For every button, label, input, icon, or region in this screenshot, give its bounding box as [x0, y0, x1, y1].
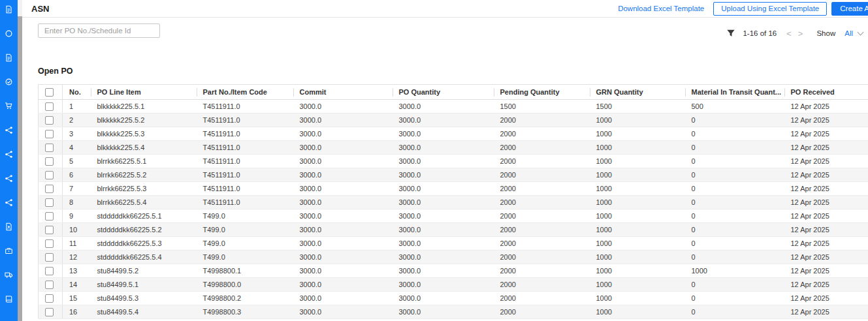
row-checkbox-cell — [39, 141, 63, 155]
sitemap-icon[interactable] — [5, 149, 14, 159]
row-checkbox[interactable] — [45, 212, 54, 221]
table-cell: stu84499.5.4 — [91, 305, 197, 319]
table-cell: 12 Apr 2025 — [784, 264, 868, 278]
file-text-icon[interactable] — [5, 5, 14, 14]
file-badge-icon[interactable] — [5, 222, 14, 231]
row-checkbox[interactable] — [45, 308, 54, 316]
table-cell: 1000 — [590, 127, 685, 141]
table-cell: 2000 — [494, 251, 590, 264]
table-cell: 3000.0 — [393, 196, 494, 209]
download-excel-template-link[interactable]: Download Excel Template — [618, 5, 704, 12]
table-cell: 3000.0 — [293, 114, 393, 127]
briefcase-icon[interactable] — [5, 246, 14, 255]
table-cell: T4998800.0 — [197, 278, 293, 292]
table-cell: 12 — [63, 251, 91, 264]
book-icon[interactable] — [5, 294, 14, 303]
table-cell: 0 — [685, 114, 784, 127]
table-cell: 0 — [685, 141, 784, 155]
create-asn-button[interactable]: Create ASN — [831, 2, 868, 16]
row-checkbox[interactable] — [45, 144, 54, 152]
table-cell: 1000 — [590, 251, 685, 264]
row-checkbox-cell — [39, 223, 63, 237]
sitemap-icon[interactable] — [5, 174, 14, 183]
table-cell: 12 Apr 2025 — [784, 100, 868, 114]
row-checkbox[interactable] — [45, 171, 54, 179]
table-cell: 1000 — [590, 182, 685, 196]
table-cell: 2000 — [494, 168, 590, 182]
row-checkbox[interactable] — [45, 226, 54, 234]
table-cell: stdddddkk66225.5.3 — [91, 237, 197, 251]
upload-excel-template-button[interactable]: Upload Using Excel Template — [713, 2, 827, 16]
next-page-button[interactable]: > — [798, 29, 803, 38]
search-input[interactable] — [38, 23, 160, 38]
table-cell: 1000 — [590, 114, 685, 127]
filter-icon[interactable] — [726, 29, 735, 38]
row-checkbox-cell — [39, 100, 63, 114]
vertical-scrollbar-thumb[interactable] — [18, 16, 22, 321]
previous-page-button[interactable]: < — [786, 29, 792, 38]
table-cell: 6 — [63, 168, 91, 182]
row-checkbox[interactable] — [45, 267, 54, 275]
table-cell: T499.0 — [197, 237, 293, 251]
table-cell: 3 — [63, 127, 91, 141]
row-checkbox[interactable] — [45, 157, 54, 166]
row-checkbox[interactable] — [45, 239, 54, 248]
table-cell: 0 — [685, 182, 784, 196]
table-cell: 16 — [63, 305, 91, 319]
table-cell: T4998800.1 — [197, 264, 293, 278]
row-checkbox[interactable] — [45, 253, 54, 262]
truck-icon[interactable] — [5, 270, 14, 279]
table-cell: T4511911.0 — [197, 141, 293, 155]
table-row: 11stdddddkk66225.5.3T499.03000.03000.020… — [39, 237, 868, 251]
table-cell: 2000 — [494, 209, 590, 223]
table-cell: 2000 — [494, 155, 590, 168]
sitemap-icon[interactable] — [5, 125, 14, 134]
table-cell: 2000 — [494, 182, 590, 196]
row-checkbox[interactable] — [45, 102, 54, 111]
table-cell: 0 — [685, 251, 784, 264]
table-cell: T4998800.3 — [197, 305, 293, 319]
page-size-select[interactable]: All — [844, 29, 853, 37]
table-cell: 12 Apr 2025 — [784, 237, 868, 251]
table-cell: T499.0 — [197, 223, 293, 237]
table-cell: 3000.0 — [393, 305, 494, 319]
table-cell: 1000 — [590, 155, 685, 168]
table-cell: 8 — [63, 196, 91, 209]
table-cell: 12 Apr 2025 — [784, 182, 868, 196]
table-cell: 12 Apr 2025 — [784, 223, 868, 237]
table-cell: 0 — [685, 209, 784, 223]
table-cell: T499.0 — [197, 209, 293, 223]
table-cell: 3000.0 — [393, 264, 494, 278]
table-cell: 3000.0 — [293, 168, 393, 182]
table-cell: 3000.0 — [293, 100, 393, 114]
column-header: PO Received — [784, 85, 868, 100]
table-cell: T4511911.0 — [197, 114, 293, 127]
circle-icon[interactable] — [5, 29, 14, 38]
cart-icon[interactable] — [5, 101, 14, 110]
main-content: ASN Download Excel Template Upload Using… — [22, 0, 868, 321]
row-checkbox[interactable] — [45, 185, 54, 193]
sitemap-icon[interactable] — [5, 198, 14, 207]
row-checkbox[interactable] — [45, 281, 54, 289]
table-cell: 2000 — [494, 305, 590, 319]
chevron-down-icon[interactable] — [858, 29, 864, 36]
table-cell: 12 Apr 2025 — [784, 305, 868, 319]
table-row: 7blrrkk66225.5.3T4511911.03000.03000.020… — [39, 182, 868, 196]
row-checkbox[interactable] — [45, 130, 54, 138]
table-body: 1blkkkkk225.5.1T4511911.03000.03000.0150… — [39, 100, 868, 319]
row-checkbox[interactable] — [45, 198, 54, 207]
table-cell: 1000 — [590, 196, 685, 209]
row-checkbox[interactable] — [45, 294, 54, 303]
vertical-scrollbar[interactable] — [18, 0, 22, 321]
table-cell: 13 — [63, 264, 91, 278]
check-circle-icon[interactable] — [5, 77, 14, 86]
row-checkbox[interactable] — [45, 116, 54, 125]
row-checkbox-cell — [39, 182, 63, 196]
table-cell: 3000.0 — [393, 155, 494, 168]
table-cell: 3000.0 — [293, 209, 393, 223]
table-cell: 3000.0 — [393, 182, 494, 196]
select-all-checkbox[interactable] — [45, 88, 54, 97]
table-cell: T4511911.0 — [197, 100, 293, 114]
file-text-icon[interactable] — [5, 53, 14, 62]
table-cell: stdddddkk66225.5.1 — [91, 209, 197, 223]
